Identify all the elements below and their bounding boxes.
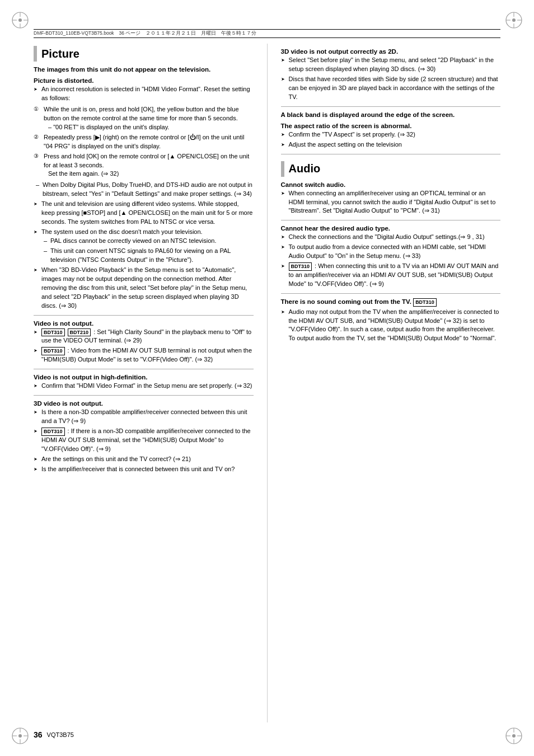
list-item: Confirm the "TV Aspect" is set properly.… [281, 130, 501, 139]
audio-section-title: Audio [289, 162, 321, 175]
divider-right-1 [281, 106, 501, 107]
tag-bdt310-audio: BDT310 [289, 262, 312, 271]
tag-bdt310-nosound: BDT310 [413, 298, 437, 307]
subsection-no-output: Video is not output. BDT310 BDT210 : Set… [34, 320, 254, 365]
heading-no-output: Video is not output. [34, 320, 254, 327]
heading-3d-not-2d: 3D video is not output correctly as 2D. [281, 48, 501, 55]
right-column: 3D video is not output correctly as 2D. … [281, 44, 501, 722]
subsection-no-hd: Video is not output in high-definition. … [34, 374, 254, 391]
bullet-list-cannot-hear: Check the connections and the "Digital A… [281, 233, 501, 289]
heading-no-image: The images from this unit do not appear … [34, 66, 254, 73]
list-item: An incorrect resolution is selected in "… [34, 85, 254, 103]
list-item: Discs that have recorded titles with Sid… [281, 75, 501, 102]
list-item: Confirm that "HDMI Video Format" in the … [34, 382, 254, 391]
heading-no-hd: Video is not output in high-definition. [34, 374, 254, 381]
column-divider [267, 44, 268, 722]
page: DMF-BDT310_110EB-VQT3B75.book 36 ページ ２０１… [0, 0, 534, 756]
list-item: Check the connections and the "Digital A… [281, 233, 501, 242]
numbered-list-distorted: ① While the unit is on, press and hold [… [34, 105, 254, 179]
picture-section-bar [34, 46, 37, 62]
list-item: The unit and television are using differ… [34, 200, 254, 227]
footer-page-number: 36 [34, 730, 43, 739]
audio-section-heading: Audio [281, 161, 501, 177]
subsection-black-band: A black band is displayed around the edg… [281, 111, 501, 149]
bullet-list-no-sound: Audio may not output from the TV when th… [281, 308, 501, 344]
header-text: DMF-BDT310_110EB-VQT3B75.book 36 ページ ２０１… [34, 30, 256, 37]
footer-code: VQT3B75 [47, 731, 74, 738]
heading-aspect-ratio: The aspect ratio of the screen is abnorm… [281, 123, 501, 129]
bullet-list-no-3d: Is there a non-3D compatible amplifier/r… [34, 408, 254, 474]
picture-section-heading: Picture [34, 46, 254, 62]
list-item: BDT310 BDT210 : Set "High Clarity Sound"… [34, 328, 254, 346]
divider-right-4 [281, 293, 501, 294]
divider-2 [34, 369, 254, 369]
list-item: When connecting an amplifier/receiver us… [281, 189, 501, 216]
list-item: ② Repeatedly press [▶] (right) on the re… [34, 133, 254, 151]
tag-bdt310-3d: BDT310 [41, 428, 65, 436]
list-item: Select "Set before play" in the Setup me… [281, 56, 501, 74]
list-item: Audio may not output from the TV when th… [281, 308, 501, 344]
bullet-list-cannot-switch: When connecting an amplifier/receiver us… [281, 189, 501, 216]
bullet-list-3d-not-2d: Select "Set before play" in the Setup me… [281, 56, 501, 102]
corner-decoration-tr [504, 10, 524, 30]
audio-section-bar [281, 161, 284, 177]
bullet-list-distorted: An incorrect resolution is selected in "… [34, 85, 254, 103]
header-bar: DMF-BDT310_110EB-VQT3B75.book 36 ページ ２０１… [34, 29, 500, 38]
divider-3 [34, 395, 254, 396]
heading-cannot-switch: Cannot switch audio. [281, 181, 501, 188]
list-item: ① While the unit is on, press and hold [… [34, 105, 254, 132]
footer: 36 VQT3B75 [34, 730, 500, 739]
heading-distorted: Picture is distorted. [34, 77, 254, 84]
subsection-3d-not-2d: 3D video is not output correctly as 2D. … [281, 48, 501, 102]
subsection-no-sound: There is no sound coming out from the TV… [281, 298, 501, 343]
subsection-no-3d: 3D video is not output. Is there a non-3… [34, 400, 254, 474]
svg-point-13 [18, 734, 22, 738]
heading-no-3d: 3D video is not output. [34, 400, 254, 407]
tag-bdt310: BDT310 [41, 328, 65, 337]
list-item: BDT310 : If there is a non-3D compatible… [34, 427, 254, 454]
bullet-list-video-systems: The unit and television are using differ… [34, 200, 254, 310]
heading-cannot-hear: Cannot hear the desired audio type. [281, 225, 501, 232]
heading-no-sound: There is no sound coming out from the TV… [281, 298, 501, 307]
picture-section-title: Picture [41, 48, 79, 60]
list-item: Are the settings on this unit and the TV… [34, 455, 254, 464]
corner-decoration-tl [10, 10, 30, 30]
dash-item-dolby: When Dolby Digital Plus, Dolby TrueHD, a… [34, 181, 254, 199]
bullet-list-no-output: BDT310 BDT210 : Set "High Clarity Sound"… [34, 328, 254, 365]
subsection-no-image: The images from this unit do not appear … [34, 66, 254, 311]
list-item: ③ Press and hold [OK] on the remote cont… [34, 152, 254, 179]
bullet-list-black-band: Confirm the "TV Aspect" is set properly.… [281, 130, 501, 149]
list-item: BDT310 : Video from the HDMI AV OUT SUB … [34, 346, 254, 364]
list-item: Is the amplifier/receiver that is connec… [34, 465, 254, 474]
list-item: The system used on the disc doesn't matc… [34, 228, 254, 265]
divider-1 [34, 315, 254, 316]
content-area: Picture The images from this unit do not… [34, 44, 500, 722]
tag-bdt310-2: BDT310 [41, 347, 65, 355]
subsection-cannot-switch: Cannot switch audio. When connecting an … [281, 181, 501, 216]
svg-point-1 [18, 18, 22, 22]
divider-right-3 [281, 220, 501, 220]
svg-point-19 [512, 734, 516, 738]
subsection-cannot-hear: Cannot hear the desired audio type. Chec… [281, 225, 501, 289]
list-item: Adjust the aspect setting on the televis… [281, 140, 501, 149]
corner-decoration-bl [10, 726, 30, 746]
tag-bdt210: BDT210 [68, 328, 91, 337]
list-item: Is there a non-3D compatible amplifier/r… [34, 408, 254, 426]
list-item: BDT310 : When connecting this unit to a … [281, 262, 501, 289]
corner-decoration-br [504, 726, 524, 746]
list-item: To output audio from a device connected … [281, 243, 501, 261]
divider-right-2 [281, 154, 501, 154]
bullet-list-no-hd: Confirm that "HDMI Video Format" in the … [34, 382, 254, 391]
list-item: When "3D BD-Video Playback" in the Setup… [34, 266, 254, 311]
left-column: Picture The images from this unit do not… [34, 44, 254, 722]
svg-point-7 [512, 18, 516, 22]
heading-black-band: A black band is displayed around the edg… [281, 111, 501, 118]
